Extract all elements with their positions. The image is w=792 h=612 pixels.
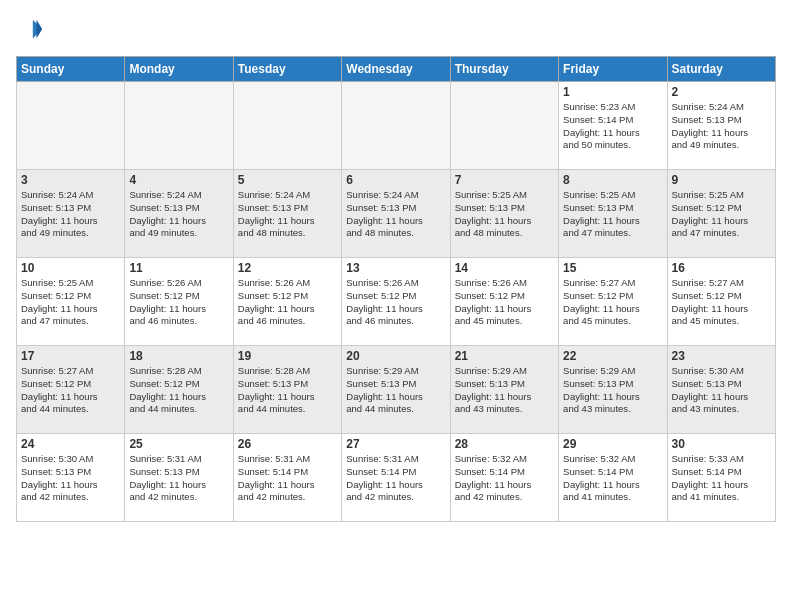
calendar-cell: 11Sunrise: 5:26 AM Sunset: 5:12 PM Dayli… <box>125 258 233 346</box>
calendar-cell: 2Sunrise: 5:24 AM Sunset: 5:13 PM Daylig… <box>667 82 775 170</box>
day-info: Sunrise: 5:27 AM Sunset: 5:12 PM Dayligh… <box>672 277 771 328</box>
day-number: 25 <box>129 437 228 451</box>
day-info: Sunrise: 5:24 AM Sunset: 5:13 PM Dayligh… <box>238 189 337 240</box>
day-number: 19 <box>238 349 337 363</box>
day-number: 30 <box>672 437 771 451</box>
day-number: 2 <box>672 85 771 99</box>
day-number: 11 <box>129 261 228 275</box>
calendar-cell: 9Sunrise: 5:25 AM Sunset: 5:12 PM Daylig… <box>667 170 775 258</box>
day-info: Sunrise: 5:26 AM Sunset: 5:12 PM Dayligh… <box>346 277 445 328</box>
day-info: Sunrise: 5:25 AM Sunset: 5:12 PM Dayligh… <box>672 189 771 240</box>
calendar-cell: 19Sunrise: 5:28 AM Sunset: 5:13 PM Dayli… <box>233 346 341 434</box>
day-number: 13 <box>346 261 445 275</box>
day-number: 6 <box>346 173 445 187</box>
day-info: Sunrise: 5:31 AM Sunset: 5:13 PM Dayligh… <box>129 453 228 504</box>
weekday-header-sunday: Sunday <box>17 57 125 82</box>
day-number: 8 <box>563 173 662 187</box>
day-number: 16 <box>672 261 771 275</box>
day-number: 26 <box>238 437 337 451</box>
day-number: 29 <box>563 437 662 451</box>
calendar-cell: 23Sunrise: 5:30 AM Sunset: 5:13 PM Dayli… <box>667 346 775 434</box>
day-number: 28 <box>455 437 554 451</box>
calendar-cell: 18Sunrise: 5:28 AM Sunset: 5:12 PM Dayli… <box>125 346 233 434</box>
day-info: Sunrise: 5:24 AM Sunset: 5:13 PM Dayligh… <box>672 101 771 152</box>
calendar-cell: 29Sunrise: 5:32 AM Sunset: 5:14 PM Dayli… <box>559 434 667 522</box>
day-number: 3 <box>21 173 120 187</box>
calendar-cell: 6Sunrise: 5:24 AM Sunset: 5:13 PM Daylig… <box>342 170 450 258</box>
day-number: 7 <box>455 173 554 187</box>
calendar-cell: 16Sunrise: 5:27 AM Sunset: 5:12 PM Dayli… <box>667 258 775 346</box>
calendar-cell: 14Sunrise: 5:26 AM Sunset: 5:12 PM Dayli… <box>450 258 558 346</box>
calendar-cell: 12Sunrise: 5:26 AM Sunset: 5:12 PM Dayli… <box>233 258 341 346</box>
day-info: Sunrise: 5:29 AM Sunset: 5:13 PM Dayligh… <box>455 365 554 416</box>
calendar-cell: 13Sunrise: 5:26 AM Sunset: 5:12 PM Dayli… <box>342 258 450 346</box>
calendar-week-row: 3Sunrise: 5:24 AM Sunset: 5:13 PM Daylig… <box>17 170 776 258</box>
day-info: Sunrise: 5:31 AM Sunset: 5:14 PM Dayligh… <box>238 453 337 504</box>
calendar-cell <box>450 82 558 170</box>
calendar-cell <box>125 82 233 170</box>
calendar-table: SundayMondayTuesdayWednesdayThursdayFrid… <box>16 56 776 522</box>
day-number: 12 <box>238 261 337 275</box>
weekday-header-thursday: Thursday <box>450 57 558 82</box>
day-number: 22 <box>563 349 662 363</box>
day-number: 10 <box>21 261 120 275</box>
header <box>16 16 776 44</box>
calendar-header-row: SundayMondayTuesdayWednesdayThursdayFrid… <box>17 57 776 82</box>
calendar-cell: 28Sunrise: 5:32 AM Sunset: 5:14 PM Dayli… <box>450 434 558 522</box>
day-info: Sunrise: 5:30 AM Sunset: 5:13 PM Dayligh… <box>672 365 771 416</box>
day-info: Sunrise: 5:30 AM Sunset: 5:13 PM Dayligh… <box>21 453 120 504</box>
calendar-week-row: 1Sunrise: 5:23 AM Sunset: 5:14 PM Daylig… <box>17 82 776 170</box>
day-info: Sunrise: 5:27 AM Sunset: 5:12 PM Dayligh… <box>21 365 120 416</box>
calendar-cell: 21Sunrise: 5:29 AM Sunset: 5:13 PM Dayli… <box>450 346 558 434</box>
day-number: 14 <box>455 261 554 275</box>
day-number: 20 <box>346 349 445 363</box>
calendar-cell: 26Sunrise: 5:31 AM Sunset: 5:14 PM Dayli… <box>233 434 341 522</box>
weekday-header-monday: Monday <box>125 57 233 82</box>
day-info: Sunrise: 5:24 AM Sunset: 5:13 PM Dayligh… <box>21 189 120 240</box>
day-number: 5 <box>238 173 337 187</box>
day-info: Sunrise: 5:29 AM Sunset: 5:13 PM Dayligh… <box>346 365 445 416</box>
calendar-cell <box>233 82 341 170</box>
weekday-header-saturday: Saturday <box>667 57 775 82</box>
day-number: 9 <box>672 173 771 187</box>
day-info: Sunrise: 5:24 AM Sunset: 5:13 PM Dayligh… <box>129 189 228 240</box>
logo-icon <box>16 16 44 44</box>
logo <box>16 16 48 44</box>
calendar-cell: 22Sunrise: 5:29 AM Sunset: 5:13 PM Dayli… <box>559 346 667 434</box>
calendar-cell: 4Sunrise: 5:24 AM Sunset: 5:13 PM Daylig… <box>125 170 233 258</box>
calendar-week-row: 24Sunrise: 5:30 AM Sunset: 5:13 PM Dayli… <box>17 434 776 522</box>
calendar-cell: 7Sunrise: 5:25 AM Sunset: 5:13 PM Daylig… <box>450 170 558 258</box>
day-info: Sunrise: 5:31 AM Sunset: 5:14 PM Dayligh… <box>346 453 445 504</box>
calendar-cell: 1Sunrise: 5:23 AM Sunset: 5:14 PM Daylig… <box>559 82 667 170</box>
weekday-header-tuesday: Tuesday <box>233 57 341 82</box>
calendar-cell: 8Sunrise: 5:25 AM Sunset: 5:13 PM Daylig… <box>559 170 667 258</box>
day-info: Sunrise: 5:29 AM Sunset: 5:13 PM Dayligh… <box>563 365 662 416</box>
day-number: 4 <box>129 173 228 187</box>
day-info: Sunrise: 5:28 AM Sunset: 5:13 PM Dayligh… <box>238 365 337 416</box>
day-info: Sunrise: 5:23 AM Sunset: 5:14 PM Dayligh… <box>563 101 662 152</box>
day-number: 24 <box>21 437 120 451</box>
calendar-cell: 24Sunrise: 5:30 AM Sunset: 5:13 PM Dayli… <box>17 434 125 522</box>
day-info: Sunrise: 5:24 AM Sunset: 5:13 PM Dayligh… <box>346 189 445 240</box>
day-info: Sunrise: 5:26 AM Sunset: 5:12 PM Dayligh… <box>129 277 228 328</box>
weekday-header-friday: Friday <box>559 57 667 82</box>
day-number: 18 <box>129 349 228 363</box>
day-number: 21 <box>455 349 554 363</box>
weekday-header-wednesday: Wednesday <box>342 57 450 82</box>
calendar-cell: 30Sunrise: 5:33 AM Sunset: 5:14 PM Dayli… <box>667 434 775 522</box>
day-info: Sunrise: 5:26 AM Sunset: 5:12 PM Dayligh… <box>455 277 554 328</box>
calendar-cell <box>342 82 450 170</box>
day-info: Sunrise: 5:25 AM Sunset: 5:13 PM Dayligh… <box>563 189 662 240</box>
day-number: 17 <box>21 349 120 363</box>
calendar-cell: 20Sunrise: 5:29 AM Sunset: 5:13 PM Dayli… <box>342 346 450 434</box>
calendar-week-row: 17Sunrise: 5:27 AM Sunset: 5:12 PM Dayli… <box>17 346 776 434</box>
day-info: Sunrise: 5:26 AM Sunset: 5:12 PM Dayligh… <box>238 277 337 328</box>
calendar-cell: 3Sunrise: 5:24 AM Sunset: 5:13 PM Daylig… <box>17 170 125 258</box>
calendar-cell: 27Sunrise: 5:31 AM Sunset: 5:14 PM Dayli… <box>342 434 450 522</box>
calendar-cell: 10Sunrise: 5:25 AM Sunset: 5:12 PM Dayli… <box>17 258 125 346</box>
day-number: 15 <box>563 261 662 275</box>
day-info: Sunrise: 5:32 AM Sunset: 5:14 PM Dayligh… <box>455 453 554 504</box>
calendar-cell <box>17 82 125 170</box>
calendar-cell: 15Sunrise: 5:27 AM Sunset: 5:12 PM Dayli… <box>559 258 667 346</box>
day-info: Sunrise: 5:33 AM Sunset: 5:14 PM Dayligh… <box>672 453 771 504</box>
